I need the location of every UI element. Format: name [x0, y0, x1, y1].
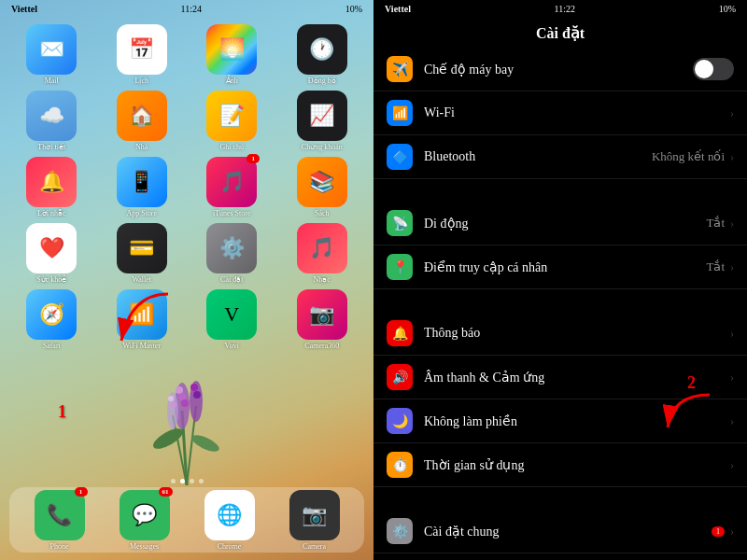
chevron-7: › — [730, 327, 734, 341]
settings-item-0[interactable]: ✈️Chế độ máy bay — [374, 48, 747, 91]
app-label-9: App Store — [126, 209, 157, 217]
settings-item-10[interactable]: ⏱️Thời gian sử dụng› — [374, 443, 747, 487]
dock-label-2: Chrome — [218, 542, 242, 551]
app-label-5: Nhà — [135, 143, 148, 151]
svg-point-14 — [190, 432, 221, 455]
app-icon-14[interactable]: ⚙️Cài đặt — [190, 223, 275, 284]
dock-icon-3[interactable]: 📷Camera — [289, 490, 340, 551]
settings-list[interactable]: ✈️Chế độ máy bay📶Wi-Fi›🔷BluetoothKhông k… — [374, 48, 747, 557]
app-icon-12[interactable]: ❤️Sức khoẻ — [9, 223, 94, 284]
flowers-decoration — [131, 355, 243, 485]
time-left: 11:24 — [181, 4, 202, 14]
svg-point-10 — [193, 391, 201, 399]
app-icon-img-15: 🎵 — [297, 223, 347, 273]
dock-icon-img-0: 📞1 — [35, 490, 85, 540]
status-bar-left: Viettel 11:24 10% — [0, 0, 374, 17]
settings-item-13[interactable]: 🎛️Trung tâm điều khiển› — [374, 553, 747, 557]
dock-badge-1: 61 — [159, 487, 173, 497]
settings-value-4: Tắt — [706, 216, 725, 231]
app-icon-10[interactable]: 🎵1iTunes Store — [190, 157, 275, 217]
app-icon-8[interactable]: 🔔Lời nhắc — [9, 157, 94, 217]
settings-icon-10: ⏱️ — [387, 452, 413, 478]
dock-icon-0[interactable]: 📞1Phone — [35, 490, 85, 551]
settings-item-7[interactable]: 🔔Thông báo› — [374, 312, 747, 356]
settings-label-10: Thời gian sử dụng — [424, 457, 730, 473]
chevron-9: › — [730, 414, 734, 428]
app-icon-0[interactable]: ✉️Mail — [9, 24, 94, 85]
carrier-right: Viettel — [385, 4, 411, 14]
settings-label-2: Bluetooth — [424, 149, 652, 164]
chevron-4: › — [730, 217, 734, 231]
app-icon-4[interactable]: ☁️Thời tiết — [9, 91, 94, 151]
app-icon-6[interactable]: 📝Ghi chú — [190, 91, 275, 151]
app-icon-img-19: 📷 — [297, 289, 347, 340]
settings-icon-8: 🔊 — [387, 364, 413, 390]
svg-point-11 — [168, 396, 174, 401]
app-icon-img-12: ❤️ — [26, 223, 77, 273]
app-icon-16[interactable]: 🧭Safari — [9, 289, 94, 350]
svg-point-9 — [190, 384, 198, 391]
app-icon-3[interactable]: 🕐Đồng hồ — [280, 24, 365, 85]
settings-label-1: Wi-Fi — [424, 105, 730, 120]
chevron-1: › — [730, 106, 734, 120]
arrow-annotation-left — [103, 280, 177, 355]
annotation-1: 1 — [58, 402, 66, 422]
app-icon-19[interactable]: 📷Camera360 — [280, 289, 365, 350]
settings-icon-1: 📶 — [387, 100, 413, 126]
settings-icon-4: 📡 — [387, 210, 413, 236]
svg-point-13 — [150, 425, 186, 453]
phone-right: Viettel 11:22 10% Cài đặt ✈️Chế độ máy b… — [374, 0, 747, 560]
app-grid: ✉️Mail📅Lịch🌅Ảnh🕐Đồng hồ☁️Thời tiết🏠Nhà📝G… — [0, 17, 374, 357]
app-badge-10: 1 — [247, 154, 260, 163]
dock-icon-1[interactable]: 💬61Messages — [120, 490, 170, 551]
settings-label-7: Thông báo — [424, 326, 730, 341]
app-label-7: Chứng khoán — [302, 143, 343, 151]
app-icon-18[interactable]: VVuvi — [190, 289, 275, 350]
dock-label-0: Phone — [50, 542, 69, 551]
app-icon-img-9: 📱 — [117, 157, 167, 207]
settings-item-1[interactable]: 📶Wi-Fi› — [374, 91, 747, 135]
chevron-10: › — [730, 458, 734, 472]
app-label-12: Sức khoẻ — [36, 275, 66, 284]
settings-icon-5: 📍 — [387, 254, 413, 280]
app-icon-img-14: ⚙️ — [206, 223, 257, 273]
app-icon-img-11: 📚 — [297, 157, 347, 207]
app-icon-9[interactable]: 📱App Store — [100, 157, 185, 217]
app-icon-img-3: 🕐 — [297, 24, 347, 75]
settings-gap-3 — [374, 179, 747, 202]
settings-label-12: Cài đặt chung — [424, 524, 712, 539]
settings-gap-11 — [374, 487, 747, 510]
app-icon-img-5: 🏠 — [117, 91, 167, 141]
settings-item-4[interactable]: 📡Di độngTắt› — [374, 202, 747, 245]
app-icon-img-2: 🌅 — [206, 24, 257, 75]
app-label-11: Sách — [315, 209, 330, 217]
app-label-0: Mail — [45, 77, 59, 85]
dock-icon-img-3: 📷 — [289, 490, 340, 540]
app-icon-15[interactable]: 🎵Nhạc — [280, 223, 365, 284]
settings-icon-12: ⚙️ — [387, 518, 413, 544]
app-icon-img-1: 📅 — [117, 24, 167, 75]
settings-icon-7: 🔔 — [387, 320, 413, 346]
dock-icon-2[interactable]: 🌐Chrome — [204, 490, 255, 551]
app-icon-img-0: ✉️ — [26, 24, 77, 75]
app-icon-2[interactable]: 🌅Ảnh — [190, 24, 275, 85]
app-icon-13[interactable]: 💳Wallet — [100, 223, 185, 284]
app-icon-1[interactable]: 📅Lịch — [100, 24, 185, 85]
app-icon-img-18: V — [206, 289, 257, 340]
app-label-15: Nhạc — [314, 275, 331, 284]
settings-item-12[interactable]: ⚙️Cài đặt chung1› — [374, 510, 747, 553]
settings-item-5[interactable]: 📍Điểm truy cập cá nhânTắt› — [374, 245, 747, 289]
app-icon-7[interactable]: 📈Chứng khoán — [280, 91, 365, 151]
dock-label-3: Camera — [303, 542, 326, 551]
settings-value-2: Không kết nối — [652, 149, 725, 164]
settings-item-2[interactable]: 🔷BluetoothKhông kết nối› — [374, 135, 747, 179]
time-right: 11:22 — [555, 4, 575, 14]
dock: 📞1Phone💬61Messages🌐Chrome📷Camera — [9, 487, 364, 553]
app-label-6: Ghi chú — [219, 143, 244, 151]
toggle-0[interactable] — [693, 58, 734, 80]
app-label-1: Lịch — [135, 77, 148, 85]
app-icon-5[interactable]: 🏠Nhà — [100, 91, 185, 151]
app-icon-11[interactable]: 📚Sách — [280, 157, 365, 217]
app-icon-img-4: ☁️ — [26, 91, 77, 141]
dock-icon-img-2: 🌐 — [204, 490, 255, 540]
